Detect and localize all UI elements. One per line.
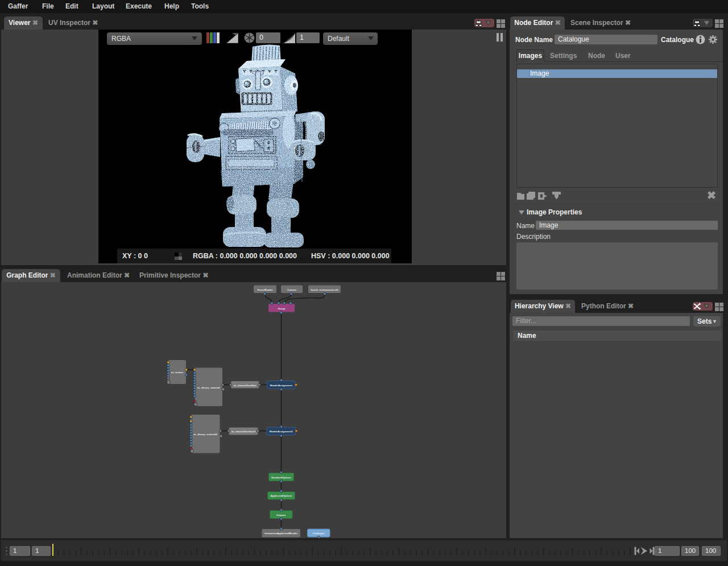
- svg-text:AppleseedOptions: AppleseedOptions: [271, 494, 293, 497]
- svg-text:ShaderAssignment1: ShaderAssignment1: [269, 430, 293, 433]
- svg-text:ShaderAssignment: ShaderAssignment: [270, 384, 292, 387]
- svg-text:SceneReader: SceneReader: [257, 288, 273, 291]
- svg-text:Outputs: Outputs: [276, 514, 286, 517]
- svg-text:Group: Group: [278, 307, 286, 310]
- svg-text:Camera: Camera: [287, 288, 296, 291]
- svg-text:as_texture: as_texture: [171, 371, 184, 374]
- svg-text:hosek_environment.edf: hosek_environment.edf: [311, 288, 338, 291]
- svg-text:StandardOptions: StandardOptions: [271, 476, 291, 479]
- svg-text:Catalogue: Catalogue: [313, 532, 325, 535]
- svg-text:InteractiveAppleseedRender: InteractiveAppleseedRender: [264, 532, 297, 535]
- svg-text:as_closure2surface1: as_closure2surface1: [231, 430, 256, 433]
- svg-text:as_disney_material: as_disney_material: [197, 386, 220, 389]
- svg-text:as_disney_material1: as_disney_material1: [193, 433, 218, 436]
- svg-text:as_closure2surface: as_closure2surface: [234, 384, 257, 387]
